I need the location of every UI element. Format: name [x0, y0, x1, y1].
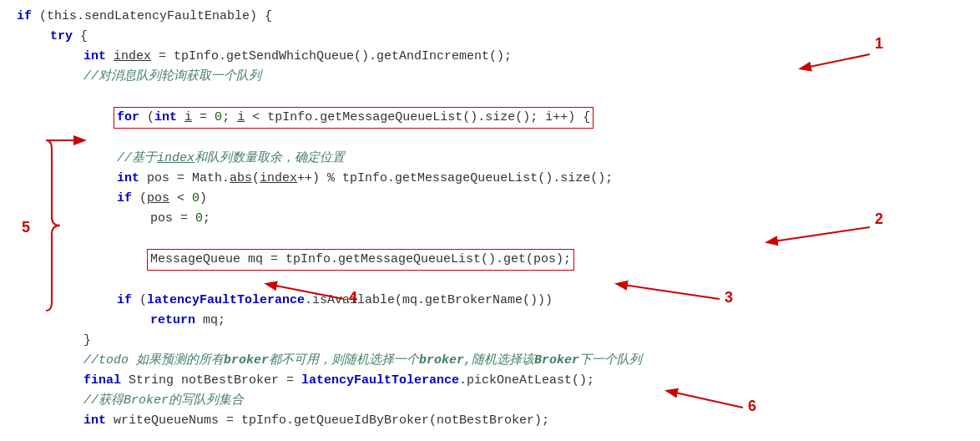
keyword-if-2: if	[117, 191, 132, 205]
code-line-7: int pos = Math.abs(index++) % tpInfo.get…	[17, 169, 963, 189]
type-int-1: int	[83, 49, 106, 63]
keyword-final: final	[83, 373, 121, 388]
var-i-2: i	[237, 110, 245, 124]
code-line-15: final String notBestBroker = latencyFaul…	[17, 371, 963, 391]
code-line-11: if (latencyFaultTolerance.isAvailable(mq…	[17, 291, 963, 311]
messagequeue-box: MessageQueue mq = tpInfo.getMessageQueue…	[147, 249, 574, 271]
num-zero-2: 0	[192, 191, 200, 205]
comment-1: //对消息队列轮询获取一个队列	[83, 69, 261, 84]
code-line-9: pos = 0;	[17, 209, 963, 229]
code-line-6: //基于index和队列数量取余，确定位置	[17, 149, 963, 169]
var-index: index	[114, 49, 151, 63]
comment-todo: //todo 如果预测的所有broker都不可用，则随机选择一个broker,随…	[83, 353, 642, 368]
keyword-return: return	[150, 313, 195, 327]
code-line-10: MessageQueue mq = tpInfo.getMessageQueue…	[17, 229, 963, 291]
code-line-16: //获得Broker的写队列集合	[17, 391, 963, 411]
code-line-8: if (pos < 0)	[17, 189, 963, 209]
code-line-12: return mq;	[17, 311, 963, 331]
code-editor: if (this.sendLatencyFaultEnable) { try {…	[0, 0, 980, 438]
keyword-if-3: if	[117, 293, 132, 307]
code-line-14: //todo 如果预测的所有broker都不可用，则随机选择一个broker,随…	[17, 351, 963, 371]
method-abs: abs	[230, 171, 252, 185]
for-loop-box: for (int i = 0; i < tpInfo.getMessageQue…	[114, 107, 594, 129]
var-latency-1: latencyFaultTolerance	[147, 293, 305, 307]
type-int-4: int	[83, 413, 106, 428]
code-line-1: if (this.sendLatencyFaultEnable) {	[17, 7, 963, 27]
num-zero-3: 0	[195, 211, 203, 226]
comment-2: //基于index和队列数量取余，确定位置	[117, 151, 345, 165]
code-line-13: }	[17, 331, 963, 351]
code-line-4: //对消息队列轮询获取一个队列	[17, 67, 963, 87]
var-index-2: index	[260, 171, 297, 185]
code-line-17: int writeQueueNums = tpInfo.getQueueIdBy…	[17, 411, 963, 431]
code-line-3: int index = tpInfo.getSendWhichQueue().g…	[17, 47, 963, 67]
keyword-for: for	[117, 110, 139, 124]
keyword-try: try	[50, 29, 73, 43]
var-pos: pos	[147, 191, 169, 205]
var-latency-2: latencyFaultTolerance	[301, 373, 459, 388]
code-line-5: for (int i = 0; i < tpInfo.getMessageQue…	[17, 87, 963, 149]
code-line-2: try {	[17, 27, 963, 47]
type-int-3: int	[117, 171, 139, 185]
num-zero: 0	[215, 110, 222, 124]
comment-3: //获得Broker的写队列集合	[83, 393, 244, 408]
type-int-2: int	[154, 110, 177, 124]
keyword-if: if	[17, 9, 32, 23]
var-i: i	[184, 110, 192, 124]
